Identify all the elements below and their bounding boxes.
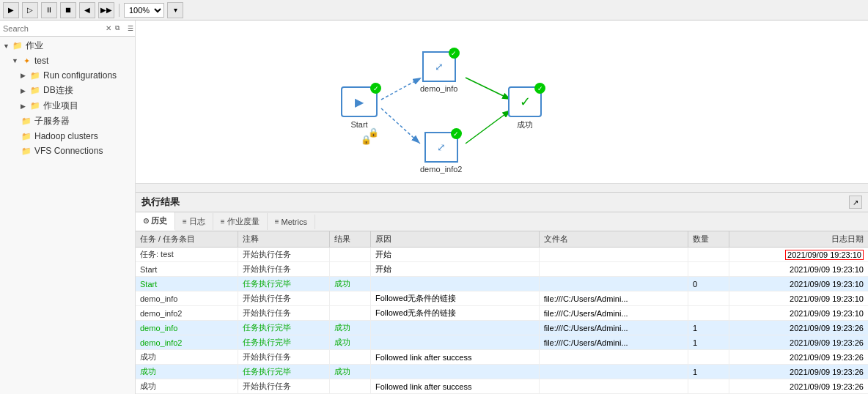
table-row: Start 开始执行任务 开始 2021/09/09 19:23:10 (136, 262, 868, 277)
tree-label-run: Run configurations (43, 70, 117, 81)
demo-info2-box: ⤢ ✓ (424, 132, 458, 163)
tree-label-hadoop: Hadoop clusters (34, 131, 98, 141)
node-start[interactable]: ▶ ✓ 🔒 🔒 Start (341, 86, 378, 129)
prev-btn[interactable]: ◀ (79, 2, 95, 18)
arrow-test: ▼ (12, 57, 21, 64)
tree-item-hadoop[interactable]: 📁 Hadoop clusters (0, 129, 135, 144)
table-row: 成功 开始执行任务 Followed link after success 20… (136, 379, 868, 394)
cell-date: 2021/09/09 19:23:10 (729, 262, 868, 277)
start-check: ✓ (370, 83, 381, 94)
search-bar: ✕ ⧉ ☰ (0, 21, 135, 37)
table-row: demo_info2 开始执行任务 Followed无条件的链接 file://… (136, 306, 868, 321)
table-row: 成功 开始执行任务 Followed link after success 20… (136, 350, 868, 365)
expand-icon2: ⤢ (437, 141, 446, 153)
col-header-filename: 文件名 (539, 231, 688, 248)
results-table-body: 任务: test 开始执行任务 开始 2021/09/09 19:23:10 S… (136, 248, 868, 395)
folder-icon-vfs: 📁 (21, 145, 32, 157)
canvas-area[interactable]: ▶ ✓ 🔒 🔒 Start ⤢ ✓ (136, 21, 868, 193)
arrow-job-items: ▶ (21, 103, 29, 110)
zoom-select[interactable]: 100% 75% 50% 125% 150% (124, 3, 164, 18)
tree-item-sub-server[interactable]: 📁 子服务器 (0, 114, 135, 129)
cell-comment: 任务执行完毕 (238, 277, 330, 291)
cell-reason: Followed无条件的链接 (371, 291, 540, 306)
tab-metrics1-icon: ≡ (221, 218, 225, 226)
tab-metrics2[interactable]: ≡ Metrics (268, 215, 315, 229)
demo-info-label: demo_info (420, 84, 457, 93)
tree-item-test[interactable]: ▼ ✦ test (0, 53, 135, 68)
cell-task: demo_info (136, 321, 238, 335)
node-demo-info2[interactable]: ⤢ ✓ demo_info2 (420, 132, 463, 174)
col-header-task: 任务 / 任务条目 (136, 231, 238, 248)
demo-info2-label: demo_info2 (420, 165, 463, 174)
tab-history[interactable]: ⊙ 历史 (136, 212, 175, 231)
cell-result (330, 291, 371, 306)
workflow-connections (136, 21, 868, 192)
tree-label-job-items: 作业项目 (43, 100, 78, 112)
main-area: ✕ ⧉ ☰ ▼ 📁 作业 ▼ ✦ test (0, 21, 868, 394)
cell-date: 2021/09/09 19:23:26 (729, 379, 868, 394)
cell-comment: 开始执行任务 (238, 350, 330, 365)
folder-icon-jobs: 📁 (12, 40, 23, 52)
search-clear-icon[interactable]: ✕ (106, 23, 111, 34)
pause-btn[interactable]: ⏸ (41, 2, 57, 18)
results-panel: 执行结果 ↗ ⊙ 历史 ≡ 日志 ≡ 作业度量 (136, 193, 868, 394)
cell-date: 2021/09/09 19:23:26 (729, 335, 868, 350)
app-container: ▶ ▷ ⏸ ⏹ ◀ ▶▶ 100% 75% 50% 125% 150% ▾ ✕ … (0, 0, 868, 394)
cell-filename (539, 262, 688, 277)
col-header-date: 日志日期 (729, 231, 868, 248)
cell-result (330, 248, 371, 262)
tree-label-db: DB连接 (43, 84, 73, 97)
cell-result (330, 379, 371, 394)
toolbar: ▶ ▷ ⏸ ⏹ ◀ ▶▶ 100% 75% 50% 125% 150% ▾ (0, 0, 868, 21)
cell-reason: 开始 (371, 248, 540, 262)
zoom-dropdown[interactable]: ▾ (167, 2, 183, 18)
cell-count (688, 248, 729, 262)
cell-result (330, 350, 371, 365)
tree-item-vfs[interactable]: 📁 VFS Connections (0, 144, 135, 158)
col-header-count: 数量 (688, 231, 729, 248)
cell-filename: file:///C:/Users/Admini... (539, 335, 688, 350)
cell-count (688, 306, 729, 321)
tab-history-label: 历史 (151, 215, 167, 226)
content-area: ▶ ✓ 🔒 🔒 Start ⤢ ✓ (136, 21, 868, 394)
cell-task: 成功 (136, 365, 238, 379)
cell-count (688, 379, 729, 394)
cell-comment: 任务执行完毕 (238, 335, 330, 350)
tab-log[interactable]: ≡ 日志 (175, 213, 213, 230)
tree-item-db[interactable]: ▶ 📁 DB连接 (0, 83, 135, 98)
cell-filename: file:///C:/Users/Admini... (539, 306, 688, 321)
search-options-icon[interactable]: ☰ (125, 23, 136, 34)
cell-task: Start (136, 277, 238, 291)
cell-result: 成功 (330, 335, 371, 350)
cell-filename: file:///C:/Users/Admini... (539, 291, 688, 306)
cell-reason: Followed无条件的链接 (371, 306, 540, 321)
results-table-container[interactable]: 任务 / 任务条目 注释 结果 原因 文件名 数量 日志日期 任务: test (136, 231, 868, 394)
cell-comment: 开始执行任务 (238, 248, 330, 262)
cell-date: 2021/09/09 19:23:26 (729, 321, 868, 335)
expand-results-btn[interactable]: ↗ (849, 196, 862, 209)
results-header: 执行结果 ↗ (136, 193, 868, 212)
search-icon[interactable]: ⧉ (111, 23, 123, 34)
next-btn[interactable]: ▶▶ (98, 2, 114, 18)
tab-metrics1[interactable]: ≡ 作业度量 (213, 213, 268, 230)
cell-date: 2021/09/09 19:23:10 (729, 291, 868, 306)
stop-btn[interactable]: ⏹ (60, 2, 76, 18)
cell-date: 2021/09/09 19:23:10 (729, 306, 868, 321)
tree-item-job-items[interactable]: ▶ 📁 作业项目 (0, 98, 135, 114)
cell-task: demo_info2 (136, 306, 238, 321)
tree-item-run-configs[interactable]: ▶ 📁 Run configurations (0, 68, 135, 83)
cell-date: 2021/09/09 19:23:26 (729, 350, 868, 365)
run2-btn[interactable]: ▷ (22, 2, 38, 18)
folder-icon-run: 📁 (29, 70, 41, 81)
cell-filename: file:///C:/Users/Admini... (539, 321, 688, 335)
node-demo-info[interactable]: ⤢ ✓ demo_info (420, 51, 457, 93)
cell-count: 1 (688, 335, 729, 350)
search-input[interactable] (1, 24, 106, 33)
run-btn[interactable]: ▶ (3, 2, 19, 18)
search-icons: ⧉ ☰ (111, 23, 136, 34)
node-success[interactable]: ✓ ✓ 成功 (508, 86, 542, 130)
h-scrollbar[interactable] (136, 183, 868, 192)
tree-item-jobs[interactable]: ▼ 📁 作业 (0, 38, 135, 53)
cell-count: 1 (688, 365, 729, 379)
cell-task: 任务: test (136, 248, 238, 262)
